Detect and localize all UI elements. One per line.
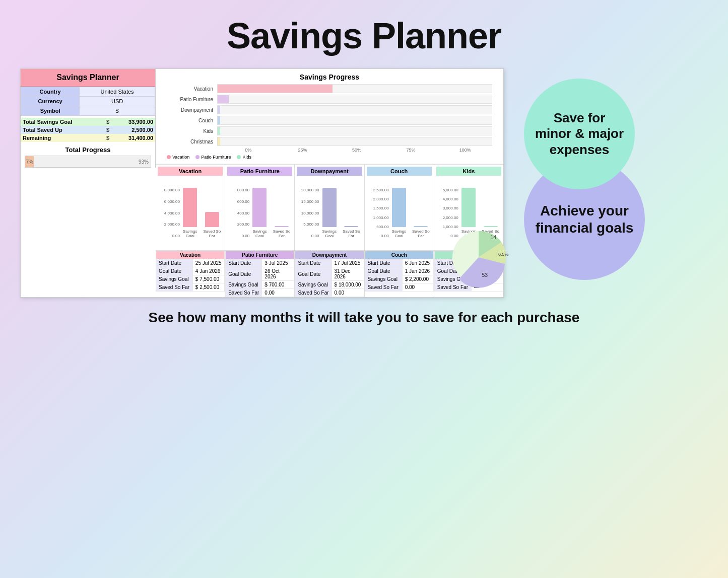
mini-bar-saved-vacation — [205, 212, 219, 227]
info-savedsofar-label-couch: Saved So Far — [365, 283, 402, 292]
info-goaldate-val-patio: 26 Oct 2026 — [262, 267, 294, 281]
info-savingsgoal-label-patio: Savings Goal — [226, 281, 262, 289]
legend-patio: Patio Furniture — [195, 155, 231, 160]
sidebar: Savings Planner Country United States Cu… — [21, 69, 156, 168]
hbar-label-couch: Couch — [167, 118, 217, 123]
hbar-fill-patio — [218, 95, 229, 103]
mini-y-vacation: 8,000.00 6,000.00 4,000.00 2,000.00 0.00 — [158, 188, 182, 238]
symbol-label: Symbol — [21, 106, 80, 116]
chart-legend: Vacation Patio Furniture Kids — [162, 155, 497, 160]
info-savedsofar-label-downpayment: Saved So Far — [295, 289, 332, 297]
info-savingsgoal-val-vacation: $ 7,500.00 — [192, 275, 224, 283]
savings-progress-section: Savings Progress Vacation Patio Furnitur… — [156, 69, 503, 164]
mini-bar-inner-downpayment: SavingsGoal Saved SoFar — [322, 188, 360, 238]
hbar-track-couch — [217, 116, 492, 125]
hbar-label-christmas: Christmas — [167, 139, 217, 144]
mini-y-downpayment: 20,000.00 15,000.00 10,000.00 5,000.00 0… — [297, 188, 321, 238]
legend-dot-patio — [195, 155, 200, 159]
country-label: Country — [21, 87, 80, 97]
info-table-couch: Couch Start Date6 Jun 2025 Goal Date1 Ja… — [365, 251, 434, 297]
info-savingsgoal-val-downpayment: $ 18,000.00 — [332, 281, 364, 289]
mini-y-couch: 2,500.00 2,000.00 1,500.00 1,000.00 500.… — [367, 188, 391, 238]
remaining-val: 31,400.00 — [113, 135, 153, 141]
info-savingsgoal-val-patio: $ 700.00 — [262, 281, 294, 289]
mini-bar-couch: 2,500.00 2,000.00 1,500.00 1,000.00 500.… — [367, 178, 432, 248]
pie-chart-svg: 14 6.5% 53 — [446, 225, 511, 290]
total-saved-label: Total Saved Up — [23, 127, 103, 133]
savings-progress-title: Savings Progress — [162, 73, 497, 81]
mini-xlabel-saved-couch: Saved SoFar — [412, 229, 430, 238]
info-savedsofar-val-vacation: $ 2,500.00 — [192, 283, 224, 292]
hbar-fill-kids — [218, 127, 220, 135]
info-startdate-label-downpayment: Start Date — [295, 259, 332, 267]
summary-section: Total Savings Goal $ 33,900.00 Total Sav… — [21, 118, 155, 142]
spreadsheet: Savings Planner Country United States Cu… — [20, 68, 504, 298]
bubble-teal: Save for minor & major expenses — [524, 79, 635, 189]
hbar-label-vacation: Vacation — [167, 86, 217, 92]
cat-card-downpayment: Downpayment 20,000.00 15,000.00 10,000.0… — [295, 165, 364, 250]
hbar-label-downpayment: Downpayment — [167, 107, 217, 113]
hbar-track-downpayment — [217, 105, 492, 114]
hbar-fill-downpayment — [218, 106, 220, 114]
info-savedsofar-val-downpayment: 0.00 — [332, 289, 364, 297]
mini-bar-goal-downpayment — [322, 188, 337, 227]
info-table-downpayment: Downpayment Start Date17 Jul 2025 Goal D… — [295, 251, 364, 297]
info-goaldate-label-downpayment: Goal Date — [295, 267, 332, 281]
info-table-patio: Patio Furniture Start Date3 Jul 2025 Goa… — [225, 251, 295, 297]
mini-bar-saved-couch — [414, 226, 428, 227]
info-goaldate-label-patio: Goal Date — [226, 267, 262, 281]
axis-0: 0% — [221, 148, 276, 153]
pie-label3: 53 — [482, 272, 488, 278]
hbar-patio: Patio Furniture — [167, 95, 492, 104]
total-goal-label: Total Savings Goal — [23, 119, 103, 125]
cat-title-downpayment: Downpayment — [297, 167, 362, 176]
total-goal-sym: $ — [103, 119, 113, 125]
legend-label-vacation: Vacation — [172, 155, 189, 160]
pie-label2: 6.5% — [498, 252, 509, 257]
info-startdate-val-downpayment: 17 Jul 2025 — [332, 259, 364, 267]
info-goaldate-label-couch: Goal Date — [365, 267, 402, 275]
hbar-kids: Kids — [167, 126, 492, 135]
total-goal-row: Total Savings Goal $ 33,900.00 — [21, 118, 155, 126]
mini-col-saved-patio: Saved SoFar — [273, 188, 291, 238]
legend-dot-vacation — [167, 155, 171, 159]
total-saved-sym: $ — [103, 127, 113, 133]
legend-dot-kids — [237, 155, 241, 159]
hbar-vacation: Vacation — [167, 84, 492, 93]
mini-xlabel-saved-vacation: Saved SoFar — [203, 229, 221, 238]
mini-bar-inner-patio: SavingsGoal Saved SoFar — [252, 188, 290, 238]
total-goal-val: 33,900.00 — [113, 119, 153, 125]
mini-bar-goal-patio — [252, 188, 267, 227]
mini-bar-saved-patio — [275, 226, 289, 227]
hbar-couch: Couch — [167, 116, 492, 125]
info-startdate-val-couch: 6 Jun 2025 — [402, 259, 433, 267]
mini-xlabel-goal-vacation: SavingsGoal — [183, 229, 197, 238]
cat-title-patio: Patio Furniture — [227, 167, 292, 176]
hbar-track-vacation — [217, 84, 492, 93]
hbar-axis: 0% 25% 50% 75% 100% — [221, 148, 492, 153]
cat-card-vacation: Vacation 8,000.00 6,000.00 4,000.00 2,00… — [156, 165, 225, 250]
remaining-row: Remaining $ 31,400.00 — [21, 134, 155, 142]
spreadsheet-panel: Savings Planner Country United States Cu… — [20, 68, 504, 298]
progress-fill: 7% — [25, 156, 34, 167]
total-saved-val: 2,500.00 — [113, 127, 153, 133]
currency-value: USD — [80, 97, 155, 106]
hbar-track-patio — [217, 95, 492, 104]
hbar-label-patio: Patio Furniture — [167, 97, 217, 102]
axis-25: 25% — [276, 148, 330, 153]
info-savingsgoal-label-couch: Savings Goal — [365, 275, 402, 283]
legend-label-patio: Patio Furniture — [201, 155, 231, 160]
hbar-christmas: Christmas — [167, 137, 492, 146]
sidebar-header: Savings Planner — [21, 69, 155, 87]
axis-50: 50% — [329, 148, 384, 153]
mini-y-patio: 800.00 600.00 400.00 200.00 0.00 — [227, 188, 251, 238]
currency-label: Currency — [21, 97, 80, 106]
hbar-track-kids — [217, 126, 492, 135]
pie-chart-area: 14 6.5% 53 — [446, 225, 511, 292]
progress-bar: 7% 93% — [25, 156, 151, 168]
bottom-text: See how many months it will take you to … — [149, 310, 580, 326]
remaining-sym: $ — [103, 135, 113, 141]
cat-title-couch: Couch — [367, 167, 432, 176]
remaining-label: Remaining — [23, 135, 103, 141]
hbar-fill-couch — [218, 116, 220, 124]
